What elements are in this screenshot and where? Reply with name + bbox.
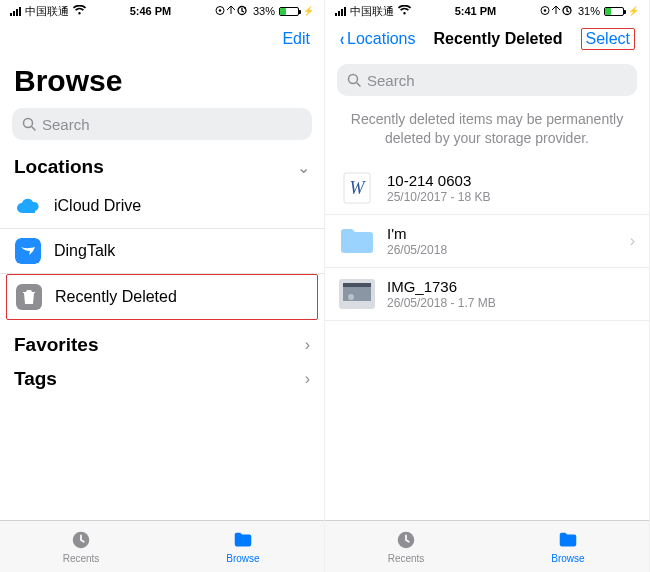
charging-icon: ⚡ bbox=[628, 6, 639, 16]
svg-point-1 bbox=[219, 9, 221, 11]
location-icloud-drive[interactable]: iCloud Drive bbox=[0, 184, 324, 229]
search-icon bbox=[347, 73, 361, 87]
file-meta: 25/10/2017 - 18 KB bbox=[387, 190, 490, 204]
svg-point-8 bbox=[544, 9, 546, 11]
locations-header[interactable]: Locations ⌄ bbox=[0, 150, 324, 184]
screen-browse: 中国联通 5:46 PM 33% ⚡ Edit bbox=[0, 0, 325, 572]
wifi-icon bbox=[398, 5, 411, 17]
signal-bars-icon bbox=[10, 7, 21, 16]
svg-rect-15 bbox=[343, 287, 371, 301]
locations-header-label: Locations bbox=[14, 156, 104, 178]
dingtalk-icon bbox=[14, 237, 42, 265]
edit-button[interactable]: Edit bbox=[282, 30, 310, 48]
screen-recently-deleted: 中国联通 5:41 PM 31% ⚡ ‹ bbox=[325, 0, 650, 572]
location-label: iCloud Drive bbox=[54, 197, 141, 215]
file-row-image[interactable]: IMG_1736 26/05/2018 - 1.7 MB bbox=[325, 268, 649, 321]
tab-recents[interactable]: Recents bbox=[325, 521, 487, 572]
search-placeholder: Search bbox=[367, 72, 415, 89]
word-doc-icon: W bbox=[339, 170, 375, 206]
nav-bar: Edit bbox=[0, 22, 324, 56]
photo-thumbnail bbox=[339, 276, 375, 312]
chevron-right-icon: › bbox=[630, 232, 635, 250]
carrier-label: 中国联通 bbox=[350, 4, 394, 19]
folder-icon bbox=[556, 529, 580, 551]
search-input[interactable]: Search bbox=[337, 64, 637, 96]
carrier-label: 中国联通 bbox=[25, 4, 69, 19]
file-name: 10-214 0603 bbox=[387, 172, 490, 189]
battery-pct: 33% bbox=[253, 5, 275, 17]
location-label: DingTalk bbox=[54, 242, 115, 260]
search-icon bbox=[22, 117, 36, 131]
back-button[interactable]: ‹ Locations bbox=[339, 29, 416, 50]
tags-header[interactable]: Tags › bbox=[0, 362, 324, 396]
signal-bars-icon bbox=[335, 7, 346, 16]
wifi-icon bbox=[73, 5, 86, 17]
file-meta: 26/05/2018 - 1.7 MB bbox=[387, 296, 496, 310]
location-recently-deleted[interactable]: Recently Deleted bbox=[6, 274, 318, 320]
back-label: Locations bbox=[347, 30, 416, 48]
chevron-right-icon: › bbox=[305, 370, 310, 388]
folder-icon bbox=[339, 223, 375, 259]
tab-browse[interactable]: Browse bbox=[487, 521, 649, 572]
tab-label: Recents bbox=[388, 553, 425, 564]
chevron-down-icon: ⌄ bbox=[297, 158, 310, 177]
status-time: 5:46 PM bbox=[86, 5, 215, 17]
file-meta: 26/05/2018 bbox=[387, 243, 447, 257]
folder-icon bbox=[231, 529, 255, 551]
favorites-header-label: Favorites bbox=[14, 334, 98, 356]
tab-label: Recents bbox=[63, 553, 100, 564]
tab-recents[interactable]: Recents bbox=[0, 521, 162, 572]
select-button[interactable]: Select bbox=[581, 28, 635, 50]
location-dingtalk[interactable]: DingTalk bbox=[0, 229, 324, 274]
status-time: 5:41 PM bbox=[411, 5, 540, 17]
charging-icon: ⚡ bbox=[303, 6, 314, 16]
status-bar: 中国联通 5:46 PM 33% ⚡ bbox=[0, 0, 324, 22]
clock-icon bbox=[69, 529, 93, 551]
svg-point-10 bbox=[349, 75, 358, 84]
chevron-right-icon: › bbox=[305, 336, 310, 354]
battery-pct: 31% bbox=[578, 5, 600, 17]
search-input[interactable]: Search bbox=[12, 108, 312, 140]
info-text: Recently deleted items may be permanentl… bbox=[325, 106, 649, 162]
chevron-left-icon: ‹ bbox=[340, 29, 344, 50]
favorites-header[interactable]: Favorites › bbox=[0, 328, 324, 362]
svg-text:W: W bbox=[350, 178, 367, 198]
tags-header-label: Tags bbox=[14, 368, 57, 390]
trash-icon bbox=[15, 283, 43, 311]
svg-line-4 bbox=[32, 127, 35, 130]
tab-bar: Recents Browse bbox=[325, 520, 649, 572]
file-name: IMG_1736 bbox=[387, 278, 496, 295]
svg-point-3 bbox=[24, 119, 33, 128]
page-title: Browse bbox=[0, 56, 324, 108]
battery-icon bbox=[279, 7, 299, 16]
nav-bar: ‹ Locations Recently Deleted Select bbox=[325, 22, 649, 56]
file-row-word[interactable]: W 10-214 0603 25/10/2017 - 18 KB bbox=[325, 162, 649, 215]
status-indicators-icon bbox=[540, 5, 574, 18]
battery-icon bbox=[604, 7, 624, 16]
tab-label: Browse bbox=[551, 553, 584, 564]
file-name: I'm bbox=[387, 225, 447, 242]
svg-point-17 bbox=[348, 294, 354, 300]
nav-title: Recently Deleted bbox=[416, 30, 581, 48]
svg-line-11 bbox=[357, 83, 360, 86]
search-placeholder: Search bbox=[42, 116, 90, 133]
icloud-icon bbox=[14, 192, 42, 220]
clock-icon bbox=[394, 529, 418, 551]
file-row-folder[interactable]: I'm 26/05/2018 › bbox=[325, 215, 649, 268]
location-label: Recently Deleted bbox=[55, 288, 177, 306]
tab-bar: Recents Browse bbox=[0, 520, 324, 572]
tab-label: Browse bbox=[226, 553, 259, 564]
status-indicators-icon bbox=[215, 5, 249, 18]
svg-rect-5 bbox=[15, 238, 41, 264]
tab-browse[interactable]: Browse bbox=[162, 521, 324, 572]
svg-rect-16 bbox=[343, 283, 371, 287]
status-bar: 中国联通 5:41 PM 31% ⚡ bbox=[325, 0, 649, 22]
